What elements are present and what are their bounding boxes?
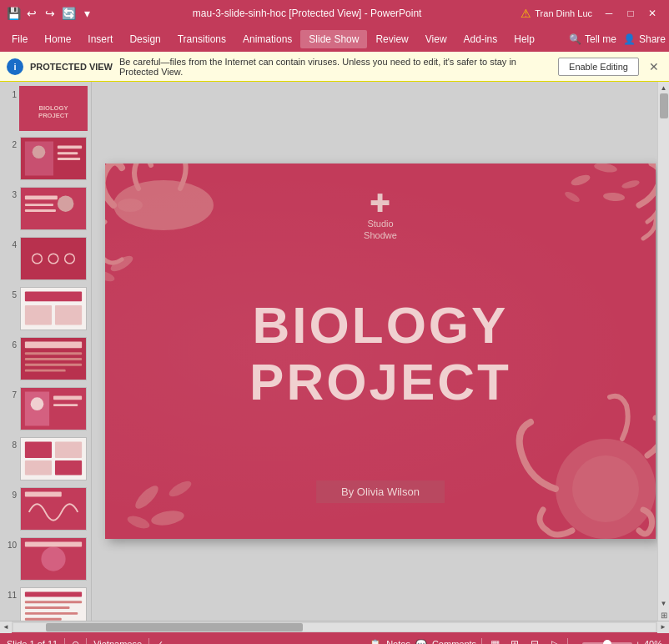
slide-preview-7	[20, 387, 87, 430]
slide-preview-10	[20, 537, 87, 581]
svg-rect-24	[25, 352, 82, 355]
zoom-slider-thumb[interactable]	[603, 640, 611, 644]
scroll-right-button[interactable]: ►	[657, 621, 669, 633]
slide-num-7: 7	[5, 390, 17, 400]
svg-rect-9	[21, 188, 86, 230]
svg-point-30	[31, 397, 44, 410]
logo-text: StudioShodwe	[364, 218, 397, 242]
slide-sorter-button[interactable]: ⊞	[507, 636, 522, 644]
menu-animations[interactable]: Animations	[234, 30, 300, 48]
menu-file[interactable]: File	[3, 30, 36, 48]
reading-view-button[interactable]: ⊟	[527, 636, 542, 644]
slide-num-11: 11	[5, 591, 17, 600]
minimize-button[interactable]: ─	[599, 5, 619, 22]
menu-addins[interactable]: Add-ins	[455, 30, 506, 48]
svg-rect-13	[25, 209, 56, 212]
svg-rect-20	[25, 305, 52, 325]
slide-thumb-10[interactable]: 10	[3, 536, 88, 582]
slide-subtitle-text: By Olivia Wilson	[341, 486, 420, 498]
menu-view[interactable]: View	[417, 30, 455, 48]
slide-num-5: 5	[5, 290, 17, 299]
scroll-track[interactable]	[658, 93, 670, 597]
logo-icon: ✚	[364, 189, 397, 218]
slide-preview-2	[20, 137, 87, 180]
user-name: Tran Dinh Luc	[535, 8, 592, 18]
save-icon[interactable]: 💾	[7, 7, 20, 20]
menu-insert[interactable]: Insert	[79, 30, 121, 48]
menu-transitions[interactable]: Transitions	[169, 30, 234, 48]
svg-rect-47	[25, 612, 78, 615]
main-layout: 1 BIOLOGY PROJECT 2	[0, 82, 669, 621]
status-divider-5	[567, 638, 568, 644]
normal-view-button[interactable]: ▦	[487, 636, 502, 644]
vertical-scrollbar[interactable]: ▲ ▼ ⊞	[657, 82, 669, 621]
comments-label[interactable]: Comments	[432, 639, 476, 644]
svg-rect-23	[25, 342, 82, 349]
autosave-icon[interactable]: 🔄	[62, 7, 75, 20]
slide-title-line1: BIOLOGY	[249, 297, 511, 354]
zoom-in-icon[interactable]: +	[636, 639, 641, 644]
slide-thumb-8[interactable]: 8	[3, 435, 88, 482]
close-button[interactable]: ✕	[642, 5, 662, 22]
svg-rect-11	[25, 195, 58, 199]
slide-preview-9	[20, 487, 87, 531]
undo-icon[interactable]: ↩	[25, 7, 38, 20]
slide-thumb-1[interactable]: 1 BIOLOGY PROJECT	[3, 85, 88, 132]
spell-check-icon[interactable]: ✓	[156, 639, 163, 645]
slideshow-button[interactable]: ▷	[547, 636, 562, 644]
zoom-control[interactable]: − + 40%	[573, 639, 662, 644]
slide-num-3: 3	[5, 190, 17, 199]
hscroll-thumb[interactable]	[46, 623, 303, 631]
menu-review[interactable]: Review	[367, 30, 416, 48]
slide-thumb-4[interactable]: 4	[3, 235, 88, 282]
tell-me-area[interactable]: 🔍 Tell me	[569, 33, 616, 45]
share-area[interactable]: 👤 Share	[623, 33, 666, 45]
slide-preview-11	[20, 587, 87, 621]
menu-home[interactable]: Home	[36, 30, 79, 48]
slide-thumb-5[interactable]: 5	[3, 285, 88, 332]
slide-preview-6	[20, 337, 87, 380]
scroll-up-button[interactable]: ▲	[658, 82, 670, 93]
svg-rect-46	[25, 606, 70, 609]
enable-editing-button[interactable]: Enable Editing	[558, 58, 639, 76]
menu-slideshow[interactable]: Slide Show	[300, 30, 367, 48]
slide-thumb-7[interactable]: 7	[3, 385, 88, 432]
hscroll-track[interactable]	[13, 623, 656, 631]
menu-design[interactable]: Design	[121, 30, 169, 48]
svg-rect-44	[25, 592, 82, 597]
slide-subtitle-area: By Olivia Wilson	[316, 480, 445, 503]
scroll-thumb[interactable]	[660, 93, 668, 118]
maximize-button[interactable]: □	[621, 5, 641, 22]
info-icon: i	[7, 58, 23, 75]
slide-title-line2: PROJECT	[249, 354, 511, 410]
redo-icon[interactable]: ↪	[43, 7, 57, 20]
slide-thumb-3[interactable]: 3	[3, 185, 88, 232]
menu-help[interactable]: Help	[506, 30, 543, 48]
statusbar: Slide 1 of 11 ⊙ Vietnamese ✓ 📋 Notes 💬 C…	[0, 632, 669, 644]
slide-thumb-2[interactable]: 2	[3, 135, 88, 182]
language-label: Vietnamese	[93, 639, 142, 644]
scroll-down-button[interactable]: ▼	[658, 597, 670, 609]
scroll-left-button[interactable]: ◄	[0, 621, 12, 633]
protected-label: PROTECTED VIEW	[30, 62, 113, 72]
horizontal-scrollbar[interactable]: ◄ ►	[0, 621, 669, 632]
accessibility-icon[interactable]: ⊙	[72, 639, 79, 645]
slide-thumb-11[interactable]: 11	[3, 586, 88, 621]
svg-rect-6	[58, 145, 82, 148]
slide-num-9: 9	[5, 491, 17, 500]
svg-rect-27	[25, 370, 66, 372]
svg-rect-39	[25, 492, 62, 497]
slide-thumb-9[interactable]: 9	[3, 486, 88, 532]
protected-close-icon[interactable]: ✕	[646, 58, 662, 75]
slide-preview-3	[20, 187, 87, 230]
svg-rect-7	[58, 152, 78, 154]
status-divider-3	[148, 638, 149, 644]
svg-rect-48	[25, 618, 62, 621]
fit-width-button[interactable]: ⊞	[658, 609, 670, 621]
customize-icon[interactable]: ▾	[80, 7, 93, 20]
zoom-out-icon[interactable]: −	[573, 639, 578, 644]
slide-thumb-6[interactable]: 6	[3, 335, 88, 382]
notes-label[interactable]: Notes	[386, 639, 410, 644]
slide-main-title: BIOLOGY PROJECT	[249, 297, 511, 410]
svg-rect-26	[25, 364, 82, 366]
